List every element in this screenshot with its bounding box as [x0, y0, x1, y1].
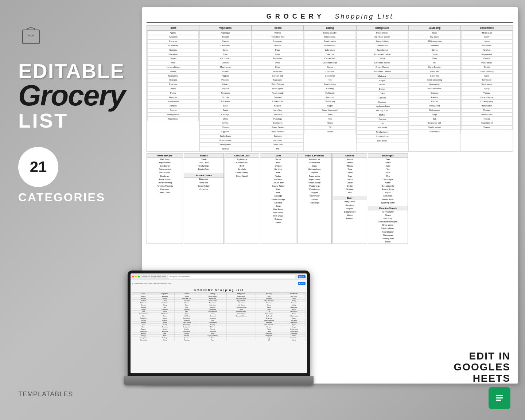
- doc-title-shopping: Shopping List: [335, 13, 393, 20]
- number-circle: 21: [18, 147, 58, 187]
- mini-col-baking: Baking: [199, 293, 226, 295]
- close-dot[interactable]: [132, 276, 134, 277]
- col-baking: Baking powderBaking sodaBread crumbs Bro…: [304, 31, 356, 152]
- personal-care-col: Personal Care Bath SoapBug repellant Con…: [147, 153, 183, 244]
- col-fruits: ApplesAvocadosBananas BlueberriesCherrie…: [147, 31, 199, 152]
- document-title-area: GROCERY Shopping List: [147, 13, 513, 23]
- googles-label: GOOGLES: [454, 362, 510, 373]
- url-bar[interactable]: docs.google.com/spreadsheets: [168, 275, 295, 279]
- col-header-refrigerated: Refrigerated: [356, 25, 408, 31]
- toolbar-share[interactable]: ▶ Share: [298, 282, 306, 285]
- brand-label: TEMPLATABLES: [18, 390, 73, 398]
- svg-rect-3: [496, 397, 503, 398]
- col-header-fruits: Fruits: [147, 25, 199, 31]
- tab-label: Grocery List - Google Sheets - Mono: [142, 276, 166, 277]
- sheet-content: GROCERY Shopping List Fruits Vegetables …: [131, 287, 307, 342]
- col-header-seasoning: Seasoning: [408, 25, 460, 31]
- snacks-pasta-col: Snacks CandyCorn Chips Tortilla ChipsPot…: [184, 153, 224, 244]
- toolbar-menus: File Edit View Insert Format Data Tools …: [135, 283, 171, 284]
- categories-number: 21: [30, 158, 47, 176]
- seafood-baby-col: Seafood SalmonShrimp TilapiaTuna Catfish…: [332, 153, 367, 244]
- col-frozen: WafflesFries/Tater TotsIce cream Dinners…: [252, 31, 304, 152]
- svg-rect-4: [496, 400, 501, 401]
- laptop-base: [124, 376, 314, 385]
- paper-products-col: Paper & Products Aluminum foilCoffee fil…: [297, 153, 332, 244]
- edit-in-area: EDIT IN GOOGLES HEETS: [454, 351, 510, 384]
- categories-label: CATEGORIES: [18, 191, 105, 204]
- mini-spreadsheet: Fruits Vegetables Frozen Baking Refriger…: [132, 292, 306, 341]
- lower-sections: Personal Care Bath SoapBug repellant Con…: [147, 153, 513, 244]
- mini-col-seasoning: Seasoning: [256, 293, 282, 295]
- col-refrigerated: Swiss cheeseDip / Sour CreamEgg substitu…: [356, 31, 408, 152]
- mini-col-fruits: Fruits: [132, 293, 155, 295]
- heets-label: HEETS: [454, 373, 510, 384]
- mini-col-refrigerated: Refrigerated: [226, 293, 256, 295]
- google-sheets-icon: [489, 387, 510, 409]
- laptop: Grocery List - Google Sheets - Mono docs…: [128, 271, 310, 405]
- meat-col: Meat BaconBeef ChickenHot dogs PorkTurke…: [260, 153, 296, 244]
- col-header-frozen: Frozen: [252, 25, 304, 31]
- bottom-right-panel: EDIT IN GOOGLES HEETS: [454, 351, 510, 409]
- col-condiments: BBQ SauceGravyHoney PreservesKetchupMayo…: [461, 31, 513, 152]
- sheet-title: GROCERY Shopping List: [132, 288, 306, 292]
- table-row: WatermelonChilesPuddingsNutsSaltTeriyaki: [132, 339, 306, 341]
- maximize-dot[interactable]: [138, 276, 140, 277]
- edit-in-label: EDIT IN: [454, 351, 510, 362]
- doc-title-grocery: GROCERY: [267, 13, 325, 20]
- title-underline: [147, 22, 513, 23]
- share-button[interactable]: Share: [298, 275, 306, 278]
- col-header-vegetables: Vegetables: [199, 25, 251, 31]
- browser-bar: Grocery List - Google Sheets - Mono docs…: [131, 273, 307, 280]
- col-vegetables: AsparagusBroccoliCarrots CauliflowerCele…: [199, 31, 251, 152]
- minimize-dot[interactable]: [135, 276, 137, 277]
- cans-jars-col: Cans and Jars ApplesauceBaked beans Brot…: [225, 153, 259, 244]
- mini-col-frozen: Frozen: [175, 293, 199, 295]
- laptop-screen-outer: Grocery List - Google Sheets - Mono docs…: [128, 271, 310, 376]
- laptop-screen-inner: Grocery List - Google Sheets - Mono docs…: [131, 273, 307, 373]
- col-header-baking: Baking: [304, 25, 356, 31]
- col-seasoning: BasilBay leavesBBQ seasoning CinnamonClo…: [408, 31, 460, 152]
- col-header-condiments: Condiments: [461, 25, 513, 31]
- beverages-cleaning-col: Beverages BeerCoffee JuiceTea SodaWine C…: [368, 153, 408, 244]
- main-grocery-table: Fruits Vegetables Frozen Baking Refriger…: [147, 25, 513, 152]
- sheets-logo: ■: [132, 283, 133, 285]
- mini-col-condiments: Condiments: [282, 293, 306, 295]
- sheets-toolbar: ■ File Edit View Insert Format Data Tool…: [131, 280, 307, 287]
- bag-icon: [18, 22, 44, 49]
- svg-rect-2: [496, 395, 503, 396]
- svg-rect-0: [23, 30, 39, 44]
- grocery-label: Grocery: [18, 82, 125, 109]
- mini-col-vegetables: Vegetables: [155, 293, 175, 295]
- list-label: LIST: [18, 109, 68, 132]
